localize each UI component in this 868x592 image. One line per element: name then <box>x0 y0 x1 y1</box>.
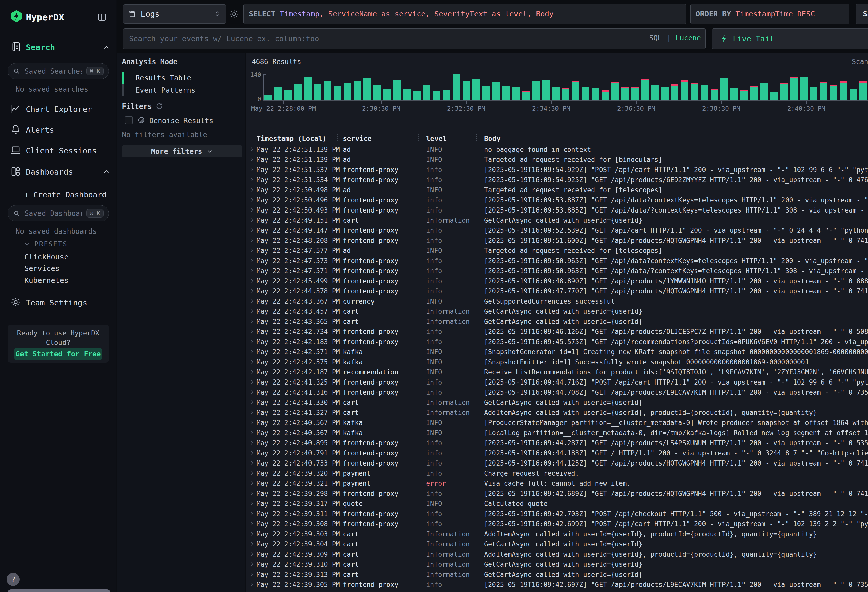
table-row[interactable]: May 22 2:42:45.499 PMfrontend-proxyinfo[… <box>248 276 868 286</box>
table-row[interactable]: May 22 2:42:47.571 PMfrontend-proxyinfo[… <box>248 266 868 276</box>
chart-bar[interactable] <box>691 83 698 100</box>
sidebar-item-client-sessions[interactable]: Client Sessions <box>26 146 97 155</box>
row-expand-chevron-icon[interactable] <box>249 217 255 224</box>
column-resize-handle[interactable] <box>476 134 477 141</box>
chart-bar[interactable] <box>433 91 440 100</box>
chart-bar[interactable] <box>850 89 857 100</box>
chart-bar[interactable] <box>711 89 718 100</box>
chart-bar[interactable] <box>403 89 411 100</box>
source-select[interactable]: Logs <box>123 4 226 24</box>
col-header-level[interactable]: level <box>426 134 447 142</box>
preset-clickhouse[interactable]: ClickHouse <box>24 252 69 261</box>
chart-bar[interactable] <box>552 87 559 100</box>
chart-bar[interactable] <box>532 81 540 100</box>
table-row[interactable]: May 22 2:42:49.147 PMfrontend-proxyinfo[… <box>248 225 868 235</box>
row-expand-chevron-icon[interactable] <box>249 258 255 264</box>
column-resize-handle[interactable] <box>418 134 419 141</box>
sidebar-item-chart-explorer[interactable]: Chart Explorer <box>26 105 92 114</box>
chart-bar[interactable] <box>393 80 401 100</box>
table-row[interactable]: May 22 2:42:40.733 PMfrontend-proxyinfo[… <box>248 458 868 468</box>
chart-bar[interactable] <box>443 90 450 100</box>
mode-lucene[interactable]: Lucene <box>675 34 701 42</box>
row-expand-chevron-icon[interactable] <box>249 400 255 406</box>
chart-bar[interactable] <box>621 87 629 100</box>
chart-bar[interactable] <box>701 85 708 100</box>
row-expand-chevron-icon[interactable] <box>249 197 255 204</box>
saved-dashboards-input[interactable] <box>24 209 83 218</box>
col-header-service[interactable]: service <box>343 134 372 142</box>
table-row[interactable]: May 22 2:42:42.183 PMfrontend-proxyinfo[… <box>248 337 868 347</box>
table-row[interactable]: May 22 2:42:51.534 PMfrontend-proxyinfo[… <box>248 174 868 185</box>
refresh-icon[interactable] <box>155 102 164 111</box>
denoise-checkbox[interactable] <box>125 116 133 124</box>
chart-bar[interactable] <box>840 81 847 100</box>
row-expand-chevron-icon[interactable] <box>249 298 255 305</box>
table-row[interactable]: May 22 2:42:42.187 PMrecommendationINFOR… <box>248 367 868 377</box>
more-filters-button[interactable]: More filters <box>122 145 242 157</box>
chart-bar[interactable] <box>413 91 421 100</box>
row-expand-chevron-icon[interactable] <box>249 541 255 548</box>
sql-select-input[interactable]: SELECT Timestamp, ServiceName as service… <box>244 4 686 24</box>
table-row[interactable]: May 22 2:42:39.313 PMcartInformationGetC… <box>248 569 868 579</box>
row-expand-chevron-icon[interactable] <box>249 167 255 173</box>
row-expand-chevron-icon[interactable] <box>249 450 255 457</box>
source-settings-gear-icon[interactable] <box>229 9 239 19</box>
chart-bar[interactable] <box>344 83 351 100</box>
row-expand-chevron-icon[interactable] <box>249 329 255 335</box>
table-row[interactable]: May 22 2:42:39.310 PMcartInformationGetC… <box>248 559 868 569</box>
table-row[interactable]: May 22 2:42:39.317 PMquoteINFOCalculated… <box>248 498 868 508</box>
saved-searches-search[interactable]: ⌘ K <box>7 63 109 79</box>
mode-results-table[interactable]: Results Table <box>136 74 191 82</box>
chart-bar[interactable] <box>641 79 649 100</box>
row-expand-chevron-icon[interactable] <box>249 288 255 295</box>
mode-event-patterns[interactable]: Event Patterns <box>136 86 195 94</box>
col-header-body[interactable]: Body <box>484 134 500 142</box>
chart-bar[interactable] <box>800 77 807 100</box>
table-row[interactable]: May 22 2:42:40.895 PMfrontend-proxyinfo[… <box>248 438 868 448</box>
chart-bar[interactable] <box>592 88 599 100</box>
row-expand-chevron-icon[interactable] <box>249 156 255 163</box>
table-row[interactable]: May 22 2:42:39.304 PMcartInformationGetC… <box>248 539 868 549</box>
chart-bar[interactable] <box>383 89 391 100</box>
chart-bar[interactable] <box>810 87 817 100</box>
table-row[interactable]: May 22 2:42:43.457 PMcartInformationGetC… <box>248 306 868 316</box>
chart-bar[interactable] <box>611 82 619 100</box>
table-row[interactable]: May 22 2:42:40.567 PMkafkaINFO[LocalLog … <box>248 428 868 438</box>
sidebar-item-search[interactable]: Search <box>26 43 55 52</box>
table-row[interactable]: May 22 2:42:43.365 PMcartInformationGetC… <box>248 316 868 326</box>
table-row[interactable]: May 22 2:42:42.575 PMkafkaINFO[SnapshotE… <box>248 357 868 367</box>
table-row[interactable]: May 22 2:42:39.320 PMpaymentinfoCharge r… <box>248 468 868 478</box>
chart-bar[interactable] <box>314 84 321 100</box>
row-expand-chevron-icon[interactable] <box>249 339 255 345</box>
chart-bar[interactable] <box>750 86 758 100</box>
chart-bar[interactable] <box>463 81 470 100</box>
mode-sql[interactable]: SQL <box>649 34 662 42</box>
denoise-label[interactable]: Denoise Results <box>149 117 213 125</box>
chart-bar[interactable] <box>354 81 361 100</box>
table-row[interactable]: May 22 2:42:42.734 PMfrontend-proxyinfo[… <box>248 326 868 337</box>
chart-bar[interactable] <box>542 80 550 100</box>
table-row[interactable]: May 22 2:42:41.325 PMfrontend-proxyinfo[… <box>248 377 868 387</box>
table-row[interactable]: May 22 2:42:50.496 PMfrontend-proxyinfo[… <box>248 195 868 205</box>
row-expand-chevron-icon[interactable] <box>249 359 255 366</box>
chart-bar[interactable] <box>720 78 728 100</box>
chart-bar[interactable] <box>512 87 520 100</box>
table-row[interactable]: May 22 2:42:50.493 PMfrontend-proxyinfo[… <box>248 205 868 215</box>
chart-bar[interactable] <box>790 77 798 100</box>
chart-bar[interactable] <box>502 86 510 100</box>
row-expand-chevron-icon[interactable] <box>249 531 255 537</box>
row-expand-chevron-icon[interactable] <box>249 319 255 325</box>
table-row[interactable]: May 22 2:42:39.298 PMfrontend-proxyinfo[… <box>248 488 868 498</box>
chart-bar[interactable] <box>334 86 341 100</box>
preset-kubernetes[interactable]: Kubernetes <box>24 276 69 285</box>
table-row[interactable]: May 22 2:42:43.367 PMcurrencyINFOGetSupp… <box>248 296 868 306</box>
row-expand-chevron-icon[interactable] <box>249 177 255 183</box>
table-row[interactable]: May 22 2:42:48.208 PMfrontend-proxyinfo[… <box>248 235 868 245</box>
table-row[interactable]: May 22 2:42:41.327 PMcartInformationAddI… <box>248 407 868 418</box>
table-row[interactable]: May 22 2:42:47.573 PMfrontend-proxyinfo[… <box>248 255 868 266</box>
row-expand-chevron-icon[interactable] <box>249 207 255 214</box>
row-expand-chevron-icon[interactable] <box>249 511 255 517</box>
presets-header[interactable]: PRESETS <box>34 240 68 248</box>
search-collapse-chevron-icon[interactable] <box>102 44 110 52</box>
chart-bar[interactable] <box>363 78 371 100</box>
